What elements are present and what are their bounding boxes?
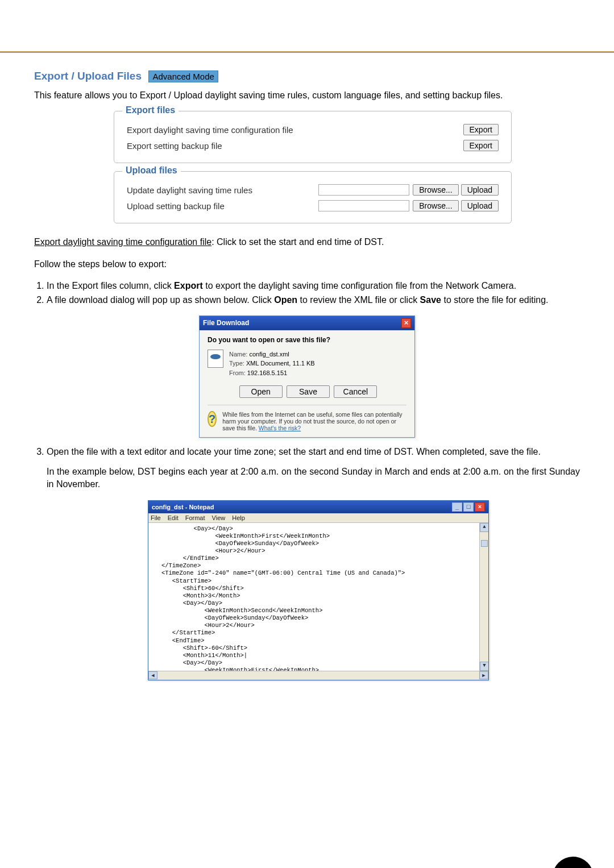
step-3: Open the file with a text editor and loc… (47, 446, 580, 458)
upload-backup-label: Upload setting backup file (127, 201, 318, 211)
dialog-warning-text: While files from the Internet can be use… (222, 411, 406, 431)
upload-dst-path-input[interactable] (318, 184, 409, 196)
dialog-titlebar: File Download × (200, 316, 414, 330)
whats-the-risk-link[interactable]: What's the risk? (259, 425, 301, 431)
menu-format[interactable]: Format (185, 514, 205, 521)
page-content: Export / Upload Files Advanced Mode This… (0, 53, 614, 703)
notepad-title-text: config_dst - Notepad (152, 504, 214, 510)
export-dst-label: Export daylight saving time configuratio… (127, 125, 461, 135)
upload-backup-browse-button[interactable]: Browse... (413, 200, 458, 211)
export-steps-list-2: Open the file with a text editor and loc… (34, 446, 580, 458)
step-1: In the Export files column, click Export… (47, 280, 580, 292)
step-2: A file download dialog will pop up as sh… (47, 294, 580, 306)
example-paragraph: In the example below, DST begins each ye… (47, 466, 580, 491)
page-number-tab: 107 (553, 857, 594, 868)
dialog-open-button[interactable]: Open (239, 385, 283, 398)
menu-view[interactable]: View (212, 514, 226, 521)
upload-dst-row: Update daylight saving time rules Browse… (127, 184, 499, 196)
upload-dst-browse-button[interactable]: Browse... (413, 184, 458, 196)
maximize-icon[interactable]: □ (463, 502, 474, 512)
dialog-question: Do you want to open or save this file? (208, 336, 406, 344)
notepad-titlebar: config_dst - Notepad _ □ × (148, 501, 488, 513)
menu-help[interactable]: Help (232, 514, 245, 521)
dialog-save-button[interactable]: Save (287, 385, 330, 398)
export-steps-list: In the Export files column, click Export… (34, 280, 580, 306)
dialog-cancel-button[interactable]: Cancel (334, 385, 377, 398)
export-dst-desc-lead: Export daylight saving time configuratio… (34, 237, 211, 247)
upload-dst-upload-button[interactable]: Upload (461, 184, 499, 196)
section-title: Export / Upload Files (34, 70, 142, 82)
xml-file-icon (208, 350, 223, 368)
dialog-file-info: Name: config_dst.xml Type: XML Document,… (229, 350, 315, 378)
upload-panel-legend: Upload files (122, 165, 181, 176)
export-backup-row: Export setting backup file Export (127, 140, 499, 151)
export-backup-label: Export setting backup file (127, 141, 461, 151)
scroll-left-icon[interactable]: ◄ (148, 671, 157, 679)
section-header: Export / Upload Files Advanced Mode (34, 70, 580, 82)
vertical-scrollbar[interactable]: ▲ ▼ (479, 523, 488, 671)
scroll-up-icon[interactable]: ▲ (480, 523, 488, 532)
export-files-panel: Export files Export daylight saving time… (114, 111, 512, 163)
upload-backup-upload-button[interactable]: Upload (461, 200, 499, 211)
notepad-menu: File Edit Format View Help (148, 513, 488, 523)
close-icon[interactable]: × (401, 318, 411, 328)
export-backup-button[interactable]: Export (463, 140, 499, 151)
follow-steps-label: Follow the steps below to export: (34, 258, 580, 271)
horizontal-scrollbar[interactable]: ◄ ► (148, 671, 488, 680)
notepad-text-area[interactable]: <Day></Day> <WeekInMonth>First</WeekInMo… (148, 523, 488, 671)
export-dst-desc-rest: : Click to set the start and end time of… (211, 237, 384, 247)
dialog-title-text: File Download (203, 319, 249, 327)
close-icon[interactable]: × (475, 502, 485, 512)
upload-backup-path-input[interactable] (318, 200, 409, 211)
menu-edit[interactable]: Edit (168, 514, 179, 521)
minimize-icon[interactable]: _ (452, 502, 462, 512)
export-dst-description: Export daylight saving time configuratio… (34, 236, 580, 248)
scroll-thumb[interactable] (481, 540, 488, 547)
scroll-right-icon[interactable]: ► (479, 671, 488, 679)
notepad-window: config_dst - Notepad _ □ × File Edit For… (148, 500, 489, 680)
mode-badge: Advanced Mode (148, 70, 218, 82)
scroll-down-icon[interactable]: ▼ (480, 662, 488, 671)
export-dst-row: Export daylight saving time configuratio… (127, 124, 499, 135)
export-panel-legend: Export files (122, 105, 179, 115)
file-download-dialog: File Download × Do you want to open or s… (199, 315, 415, 438)
export-dst-button[interactable]: Export (463, 124, 499, 135)
warning-icon: ? (208, 411, 217, 427)
upload-dst-label: Update daylight saving time rules (127, 185, 318, 195)
upload-files-panel: Upload files Update daylight saving time… (114, 171, 512, 223)
menu-file[interactable]: File (151, 514, 161, 521)
intro-text: This feature allows you to Export / Uplo… (34, 89, 580, 102)
upload-backup-row: Upload setting backup file Browse... Upl… (127, 200, 499, 211)
